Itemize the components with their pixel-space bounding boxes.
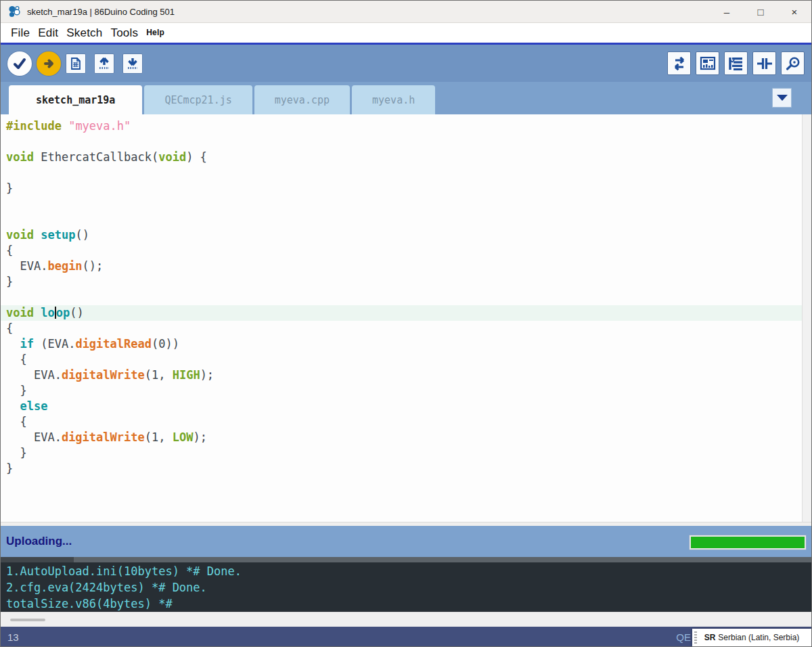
upload-status-text: Uploading... (6, 535, 72, 548)
code-line: #include "myeva.h" (6, 118, 802, 134)
language-bar[interactable]: SR Serbian (Latin, Serbia) (692, 629, 811, 646)
code-line (6, 212, 802, 227)
upload-button[interactable] (37, 51, 61, 76)
console-scrollbar[interactable] (1, 557, 811, 562)
serial-monitor-button[interactable] (667, 51, 691, 75)
connector-icon (756, 55, 773, 72)
console-line: totalSize.v86(4bytes) *# (6, 596, 806, 612)
code-line: EVA.begin(); (6, 259, 802, 274)
console-horizontal-scrollbar[interactable] (1, 612, 811, 627)
open-button[interactable] (94, 53, 114, 74)
console-horizontal-scrollbar-thumb[interactable] (10, 619, 45, 621)
tab-myeva.h[interactable]: myeva.h (352, 85, 435, 114)
tab-strip: sketch_mar19aQECmcp21.jsmyeva.cppmyeva.h (9, 85, 437, 114)
code-line: if (EVA.digitalRead(0)) (6, 336, 802, 352)
find-icon (784, 55, 802, 72)
line-number-indicator: 13 (7, 631, 19, 643)
code-line: void setup() (6, 227, 802, 243)
new-sketch-icon (69, 57, 83, 70)
close-button[interactable]: × (777, 1, 811, 22)
toolbar (1, 43, 811, 82)
code-editor[interactable]: #include "myeva.h"void EthercatCallback(… (1, 114, 811, 522)
upload-icon (41, 56, 56, 71)
menu-edit[interactable]: Edit (34, 26, 62, 40)
open-icon (97, 56, 112, 71)
language-name: Serbian (Latin, Serbia) (718, 633, 799, 642)
code-line (6, 290, 802, 305)
code-line: EVA.digitalWrite(1, HIGH); (6, 367, 802, 383)
tab-myeva.cpp[interactable]: myeva.cpp (254, 85, 350, 114)
code-line: else (6, 399, 802, 414)
app-logo-icon (7, 5, 21, 18)
code-lines: #include "myeva.h"void EthercatCallback(… (6, 118, 802, 476)
menu-bar: File Edit Sketch Tools Help (1, 23, 811, 43)
code-line: } (6, 383, 802, 399)
minimize-button[interactable]: – (710, 1, 744, 22)
status-right-text: QE (676, 631, 691, 643)
console-line: 2.cfg.eva(2424bytes) *# Done. (6, 579, 806, 596)
serial-swap-icon (671, 55, 688, 72)
code-line: { (6, 414, 802, 430)
library-list-icon (727, 55, 745, 72)
code-line (6, 134, 802, 150)
menu-tools[interactable]: Tools (106, 26, 142, 40)
progress-bar-fill (691, 537, 805, 548)
verify-icon (12, 56, 27, 71)
find-button[interactable] (781, 51, 805, 75)
console-output: 1.AutoUpload.ini(10bytes) *# Done.2.cfg.… (1, 562, 811, 612)
save-button[interactable] (122, 53, 143, 74)
code-line: { (6, 321, 802, 336)
menu-help[interactable]: Help (142, 28, 168, 37)
code-line: } (6, 461, 802, 476)
progress-bar (690, 535, 806, 550)
code-line: } (6, 181, 802, 196)
code-line (6, 165, 802, 181)
code-line: { (6, 243, 802, 259)
code-line: void EthercatCallback(void) { (6, 150, 802, 165)
tab-QECmcp21.js[interactable]: QECmcp21.js (144, 85, 252, 114)
console-line: 1.AutoUpload.ini(10bytes) *# Done. (6, 563, 806, 579)
window-title: sketch_mar19a | 86Duino Coding 501 (27, 7, 175, 17)
editor-vertical-scrollbar[interactable] (802, 114, 811, 522)
console-scrollbar-thumb[interactable] (1, 557, 74, 562)
code-line: { (6, 352, 802, 367)
board-window-icon (699, 55, 717, 72)
status-bar: 13 QE (1, 627, 811, 647)
new-sketch-button[interactable] (66, 53, 86, 74)
code-line: } (6, 445, 802, 461)
board-manager-button[interactable] (696, 51, 719, 75)
tab-list-dropdown-button[interactable] (772, 88, 792, 108)
code-line (6, 196, 802, 212)
code-line: void loop() (1, 305, 811, 321)
upload-status-strip: Uploading... (1, 526, 811, 557)
language-abbr: SR (704, 633, 716, 642)
tab-sketch_mar19a[interactable]: sketch_mar19a (9, 85, 142, 114)
title-bar: sketch_mar19a | 86Duino Coding 501 – □ × (1, 1, 811, 23)
menu-file[interactable]: File (7, 26, 34, 40)
verify-button[interactable] (7, 51, 32, 76)
maximize-button[interactable]: □ (744, 1, 777, 22)
code-line: EVA.digitalWrite(1, LOW); (6, 430, 802, 445)
language-bar-handle[interactable] (694, 631, 697, 644)
code-line: } (6, 274, 802, 290)
chevron-down-icon (777, 95, 788, 101)
menu-sketch[interactable]: Sketch (62, 26, 106, 40)
connector-button[interactable] (752, 51, 776, 75)
save-icon (125, 56, 140, 71)
tab-bar: sketch_mar19aQECmcp21.jsmyeva.cppmyeva.h (1, 82, 811, 114)
library-manager-button[interactable] (724, 51, 748, 75)
